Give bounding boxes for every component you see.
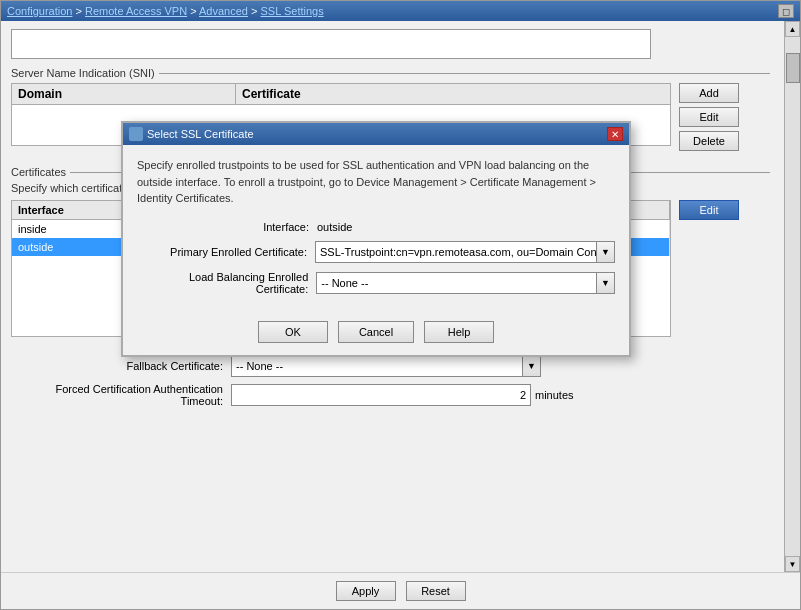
modal-load-balancing-value: -- None -- [317,275,596,291]
bottom-bar: Apply Reset [1,572,800,609]
modal-overlay: Select SSL Certificate ✕ Specify enrolle… [1,21,800,572]
modal-title-bar: Select SSL Certificate ✕ [123,123,629,145]
modal-close-button[interactable]: ✕ [607,127,623,141]
breadcrumb: Configuration > Remote Access VPN > Adva… [7,5,324,17]
apply-button[interactable]: Apply [336,581,396,601]
modal-title-icon [129,127,143,141]
main-window: Configuration > Remote Access VPN > Adva… [0,0,801,610]
reset-button[interactable]: Reset [406,581,466,601]
modal-primary-cert-label: Primary Enrolled Certificate: [137,246,315,258]
modal-title: Select SSL Certificate [147,128,254,140]
modal-buttons: OK Cancel Help [137,311,615,343]
modal-primary-cert-arrow[interactable]: ▼ [596,242,614,262]
modal-load-balancing-arrow[interactable]: ▼ [596,273,614,293]
breadcrumb-ssl-settings[interactable]: SSL Settings [261,5,324,17]
modal-primary-cert-dropdown[interactable]: SSL-Trustpoint:cn=vpn.remoteasa.com, ou=… [315,241,615,263]
modal-load-balancing-label: Load Balancing Enrolled Certificate: [137,271,316,295]
breadcrumb-advanced[interactable]: Advanced [199,5,248,17]
modal-cancel-button[interactable]: Cancel [338,321,414,343]
modal-primary-cert-field: Primary Enrolled Certificate: SSL-Trustp… [137,241,615,263]
modal-primary-cert-value: SSL-Trustpoint:cn=vpn.remoteasa.com, ou=… [316,244,596,260]
modal-ok-button[interactable]: OK [258,321,328,343]
modal-interface-field: Interface: outside [137,221,615,233]
modal-interface-value: outside [317,221,352,233]
restore-button[interactable]: ◻ [778,4,794,18]
modal-body: Specify enrolled trustpoints to be used … [123,145,629,355]
modal-interface-label: Interface: [137,221,317,233]
title-bar: Configuration > Remote Access VPN > Adva… [1,1,800,21]
modal-help-button[interactable]: Help [424,321,494,343]
breadcrumb-configuration[interactable]: Configuration [7,5,72,17]
modal-load-balancing-field: Load Balancing Enrolled Certificate: -- … [137,271,615,295]
modal-description: Specify enrolled trustpoints to be used … [137,157,615,207]
breadcrumb-remote-access-vpn[interactable]: Remote Access VPN [85,5,187,17]
select-ssl-certificate-dialog: Select SSL Certificate ✕ Specify enrolle… [121,121,631,357]
modal-load-balancing-dropdown[interactable]: -- None -- ▼ [316,272,615,294]
